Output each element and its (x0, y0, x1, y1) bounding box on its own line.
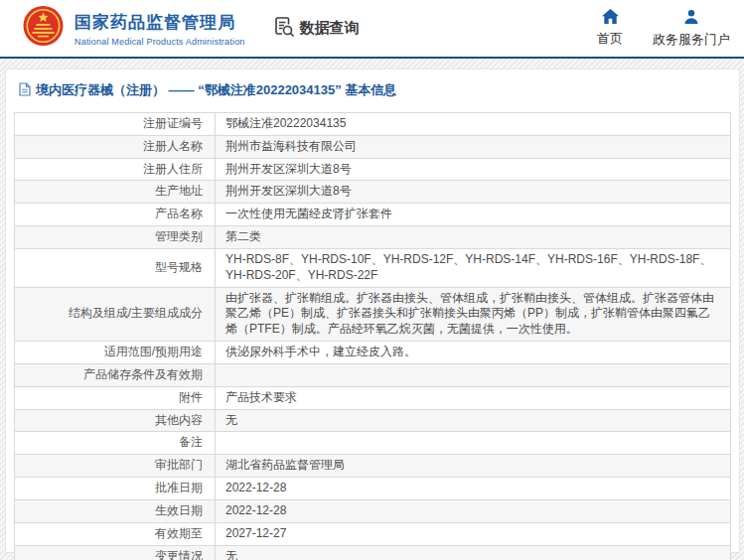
row-value-cell: 一次性使用无菌经皮肾扩张套件 (216, 204, 731, 226)
row-value: 产品技术要求 (225, 390, 297, 404)
row-label: 批准日期 (15, 478, 216, 500)
table-row: 注册证编号鄂械注准20222034135 (15, 113, 731, 136)
top-nav: 首页 政务服务门户 (597, 9, 730, 49)
breadcrumb: 境内医疗器械（注册） —— “鄂械注准20222034135” 基本信息 (19, 81, 739, 99)
row-label: 审批部门 (15, 455, 216, 478)
row-value: 荆州市益海科技有限公司 (225, 139, 357, 153)
row-value: 供泌尿外科手术中，建立经皮入路。 (225, 345, 416, 358)
row-label: 变更情况 (15, 545, 216, 560)
row-value-cell: 第二类 (216, 226, 731, 249)
brand-titles: 国家药品监督管理局 National Medical Products Admi… (74, 11, 245, 47)
row-label: 注册人名称 (15, 135, 216, 158)
nav-gov-portal-label: 政务服务门户 (653, 31, 730, 49)
row-value-cell: 湖北省药品监督管理局 (216, 455, 731, 478)
table-row: 附件产品技术要求 (15, 386, 731, 409)
home-icon (602, 9, 619, 27)
registration-info-table: 注册证编号鄂械注准20222034135注册人名称荆州市益海科技有限公司注册人住… (14, 112, 731, 560)
table-row: 产品名称一次性使用无菌经皮肾扩张套件 (15, 204, 731, 226)
row-value: 一次性使用无菌经皮肾扩张套件 (225, 207, 392, 220)
brand: 国家药品监督管理局 National Medical Products Admi… (22, 4, 245, 53)
table-row: 型号规格YH-RDS-8F、YH-RDS-10F、YH-RDS-12F、YH-R… (15, 248, 731, 287)
row-label: 产品储存条件及有效期 (15, 363, 216, 386)
nav-gov-portal[interactable]: 政务服务门户 (653, 9, 730, 49)
row-value-cell: 鄂械注准20222034135 (216, 113, 731, 136)
row-value-cell: 产品技术要求 (216, 386, 731, 409)
table-row: 审批部门湖北省药品监督管理局 (15, 455, 731, 478)
row-value: 2022-12-28 (225, 503, 286, 517)
breadcrumb-text: 境内医疗器械（注册） —— “鄂械注准20222034135” 基本信息 (36, 81, 396, 99)
content-panel: 境内医疗器械（注册） —— “鄂械注准20222034135” 基本信息 注册证… (5, 69, 740, 553)
row-value-cell: 荆州市益海科技有限公司 (216, 135, 731, 158)
brand-title-cn: 国家药品监督管理局 (74, 11, 245, 34)
national-emblem-icon (22, 4, 65, 53)
row-label: 管理类别 (15, 226, 216, 249)
page-background: 境内医疗器械（注册） —— “鄂械注准20222034135” 基本信息 注册证… (0, 59, 744, 560)
row-value: 无 (225, 413, 237, 427)
row-label: 附件 (15, 386, 216, 409)
row-value: 2022-12-28 (225, 481, 286, 494)
row-value: 无 (225, 549, 237, 560)
table-row: 其他内容无 (15, 409, 731, 432)
document-icon (19, 82, 31, 99)
row-label: 适用范围/预期用途 (15, 342, 216, 364)
row-value: 荆州开发区深圳大道8号 (225, 184, 352, 198)
data-query-tab[interactable]: 数据查询 (273, 16, 360, 41)
table-row: 变更情况无 (15, 545, 731, 560)
table-row: 结构及组成/主要组成成分由扩张器、扩张鞘组成。扩张器由接头、管体组成，扩张鞘由接… (15, 287, 731, 341)
row-label: 生效日期 (15, 499, 216, 522)
row-label: 有效期至 (15, 522, 216, 545)
table-row: 有效期至2027-12-27 (15, 522, 731, 545)
row-label: 生产地址 (15, 181, 216, 204)
row-label: 结构及组成/主要组成成分 (15, 287, 216, 341)
table-row: 生效日期2022-12-28 (15, 499, 731, 522)
row-value-cell: 荆州开发区深圳大道8号 (216, 181, 731, 204)
site-header: 国家药品监督管理局 National Medical Products Admi… (0, 0, 744, 57)
row-value: 鄂械注准20222034135 (225, 116, 346, 130)
row-value-cell: 荆州开发区深圳大道8号 (216, 158, 731, 181)
row-value-cell: 无 (216, 545, 731, 560)
row-value-cell: 无 (216, 409, 731, 432)
table-row: 备注 (15, 432, 731, 455)
row-value-cell: 2022-12-28 (216, 478, 731, 500)
user-icon (683, 9, 699, 28)
row-label: 型号规格 (15, 248, 216, 287)
row-value-cell (216, 432, 731, 455)
row-label: 产品名称 (15, 204, 216, 226)
table-row: 批准日期2022-12-28 (15, 478, 731, 500)
nav-home-label: 首页 (597, 30, 623, 48)
row-value: 荆州开发区深圳大道8号 (225, 162, 352, 176)
row-value-cell: YH-RDS-8F、YH-RDS-10F、YH-RDS-12F、YH-RDS-1… (216, 248, 731, 287)
row-value: 湖北省药品监督管理局 (225, 458, 345, 472)
data-query-icon (273, 16, 295, 41)
table-row: 注册人名称荆州市益海科技有限公司 (15, 135, 731, 158)
row-value: 第二类 (225, 229, 261, 243)
brand-title-en: National Medical Products Administration (74, 37, 245, 47)
row-value-cell: 供泌尿外科手术中，建立经皮入路。 (216, 342, 731, 364)
row-value-cell: 2027-12-27 (216, 522, 731, 545)
row-value: 由扩张器、扩张鞘组成。扩张器由接头、管体组成，扩张鞘由接头、管体组成。扩张器管体… (225, 291, 714, 337)
row-value-cell (216, 363, 731, 386)
table-row: 管理类别第二类 (15, 226, 731, 249)
row-value: 2027-12-27 (225, 526, 286, 540)
row-value-cell: 由扩张器、扩张鞘组成。扩张器由接头、管体组成，扩张鞘由接头、管体组成。扩张器管体… (216, 287, 731, 341)
data-query-label: 数据查询 (300, 19, 360, 38)
table-row: 注册人住所荆州开发区深圳大道8号 (15, 158, 731, 181)
table-row: 适用范围/预期用途供泌尿外科手术中，建立经皮入路。 (15, 342, 731, 364)
table-row: 产品储存条件及有效期 (15, 363, 731, 386)
row-value-cell: 2022-12-28 (216, 499, 731, 522)
row-label: 注册证编号 (15, 113, 216, 136)
row-label: 备注 (15, 432, 216, 455)
row-value: YH-RDS-8F、YH-RDS-10F、YH-RDS-12F、YH-RDS-1… (225, 252, 711, 282)
row-label: 注册人住所 (15, 158, 216, 181)
row-label: 其他内容 (15, 409, 216, 432)
nav-home[interactable]: 首页 (597, 9, 623, 49)
table-row: 生产地址荆州开发区深圳大道8号 (15, 181, 731, 204)
